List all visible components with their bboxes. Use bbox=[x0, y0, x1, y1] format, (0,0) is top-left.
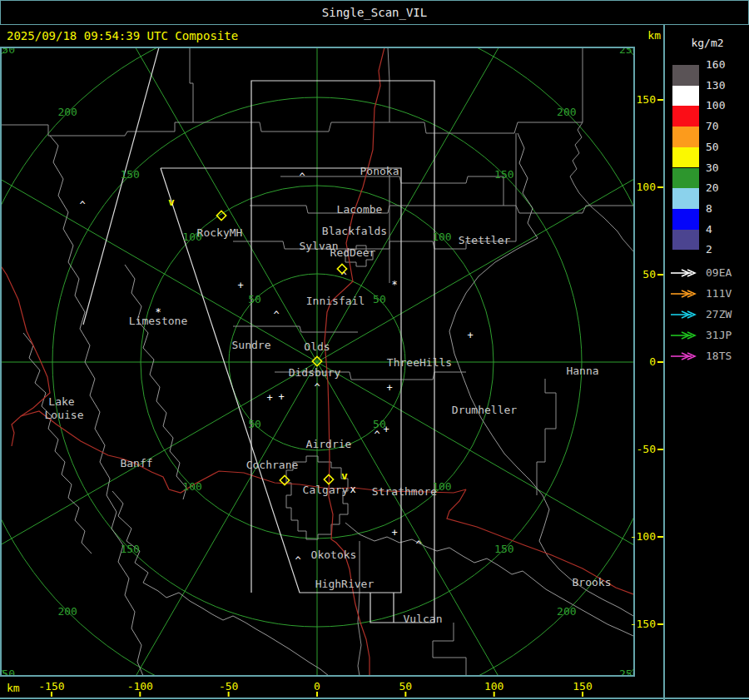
right-axis-tick-label: 150 bbox=[637, 93, 656, 106]
scale-value-label: 130 bbox=[706, 80, 725, 92]
bottom-axis-tick-label: -150 bbox=[38, 680, 64, 693]
bottom-axis-tick-label: 50 bbox=[399, 680, 413, 693]
ring-distance-label: 50 bbox=[248, 293, 261, 305]
right-axis-tick-label: 50 bbox=[642, 268, 656, 280]
right-axis-units: km bbox=[631, 26, 661, 46]
caret-marker: ^ bbox=[314, 382, 320, 394]
highway-line bbox=[21, 331, 50, 416]
city-label: ThreeHills bbox=[387, 356, 452, 369]
caret-marker: ^ bbox=[415, 539, 421, 551]
window-title: Single_Scan_VIL bbox=[322, 6, 427, 19]
ring-distance-label: 50 bbox=[373, 293, 386, 305]
scale-value-label: 30 bbox=[706, 162, 719, 174]
ring-distance-label: 200 bbox=[557, 605, 576, 618]
ring-distance-label: 150 bbox=[494, 168, 513, 181]
bottom-axis-tick-label: -100 bbox=[127, 680, 153, 693]
right-axis-tick-label: -100 bbox=[630, 530, 656, 543]
ring-distance-label: 200 bbox=[57, 106, 77, 118]
radar-id-label: 111V bbox=[706, 288, 732, 300]
legend-units: kg/m2 bbox=[666, 37, 749, 49]
city-label: Lacombe bbox=[337, 203, 383, 216]
plus-marker: + bbox=[383, 424, 389, 435]
plus-marker: + bbox=[278, 391, 284, 403]
right-axis-tick-label: -50 bbox=[637, 443, 656, 455]
ring-distance-label: 150 bbox=[494, 543, 513, 555]
scale-swatch bbox=[672, 230, 699, 251]
scale-swatch bbox=[672, 65, 699, 86]
caret-marker: ^ bbox=[79, 200, 85, 211]
highway-line bbox=[0, 265, 27, 331]
bottom-axis-tick-label: 150 bbox=[573, 680, 592, 693]
site-arrow-marker: v bbox=[341, 469, 348, 482]
city-label: Brooks bbox=[573, 576, 612, 588]
scale-swatch bbox=[672, 86, 699, 107]
scale-value-label: 70 bbox=[706, 121, 719, 132]
radial-line bbox=[317, 362, 567, 700]
city-label: RedDeer bbox=[330, 246, 376, 259]
radial-line bbox=[317, 0, 567, 362]
city-label: Didsbury bbox=[289, 366, 341, 379]
county-boundary bbox=[358, 541, 361, 676]
scale-value-label: 8 bbox=[706, 203, 712, 215]
city-label: Stettler bbox=[459, 234, 511, 246]
site-arrow-marker: v bbox=[168, 196, 175, 208]
plus-marker: + bbox=[391, 527, 397, 539]
city-label: Lake bbox=[48, 395, 74, 408]
x-marker: x bbox=[350, 484, 355, 495]
radial-line bbox=[67, 0, 317, 362]
caret-marker: ^ bbox=[374, 429, 379, 441]
county-boundary bbox=[389, 47, 583, 133]
radar-id-label: 09EA bbox=[706, 267, 732, 279]
star-marker: * bbox=[391, 279, 397, 290]
title-bar: Single_Scan_VIL bbox=[0, 0, 749, 25]
radar-coverage-outline bbox=[251, 81, 434, 623]
ring-distance-label: 250 bbox=[619, 668, 638, 680]
city-label: Sundre bbox=[232, 339, 271, 351]
city-label: Blackfalds bbox=[322, 225, 387, 237]
city-label: Calgary bbox=[303, 484, 349, 496]
plus-marker: + bbox=[237, 280, 243, 291]
scale-value-label: 100 bbox=[706, 100, 725, 112]
city-label: Drumheller bbox=[452, 404, 517, 416]
county-boundary bbox=[0, 47, 193, 136]
radar-map-canvas[interactable]: 5050505010010010010015015015015020020020… bbox=[0, 0, 749, 700]
county-boundary bbox=[280, 176, 503, 206]
ring-distance-label: 200 bbox=[557, 106, 576, 118]
city-label: Airdrie bbox=[306, 438, 352, 450]
city-label: Hanna bbox=[566, 365, 598, 377]
bottom-axis-tick-label: 100 bbox=[484, 680, 503, 693]
plus-marker: + bbox=[467, 330, 473, 341]
caret-marker: ^ bbox=[299, 171, 305, 183]
radar-id-label: 31JP bbox=[706, 330, 732, 341]
ring-distance-label: 150 bbox=[120, 543, 139, 555]
highway-line bbox=[12, 411, 466, 493]
city-label: Innisfail bbox=[306, 295, 365, 307]
scale-value-label: 50 bbox=[706, 141, 719, 153]
radar-screen: 5050505010010010010015015015015020020020… bbox=[0, 0, 749, 700]
radar-id-label: 27ZW bbox=[706, 309, 732, 320]
caret-marker: ^ bbox=[273, 310, 279, 321]
ring-distance-label: 200 bbox=[57, 605, 77, 618]
right-axis-tick-label: 0 bbox=[649, 355, 656, 368]
ring-distance-label: 100 bbox=[182, 480, 201, 493]
bottom-axis-tick-label: -50 bbox=[219, 680, 238, 693]
ring-distance-label: 150 bbox=[120, 168, 139, 181]
city-label: Louise bbox=[45, 409, 84, 421]
bottom-axis-units: km bbox=[7, 682, 20, 694]
city-label: HighRiver bbox=[315, 578, 374, 590]
city-label: Ponoka bbox=[360, 165, 399, 177]
city-label: Vulcan bbox=[404, 613, 443, 625]
city-label: RockyMH bbox=[197, 226, 243, 239]
scale-value-label: 2 bbox=[706, 244, 712, 256]
radar-id-label: 18TS bbox=[706, 350, 732, 362]
scale-swatch bbox=[672, 127, 699, 147]
scale-swatch bbox=[672, 106, 699, 127]
ring-distance-label: 250 bbox=[0, 668, 15, 680]
plus-marker: + bbox=[266, 392, 272, 404]
county-boundary bbox=[250, 206, 633, 213]
city-label: Cochrane bbox=[246, 459, 299, 471]
county-boundary bbox=[433, 623, 466, 676]
scale-swatch bbox=[672, 168, 699, 189]
river-line bbox=[23, 333, 92, 554]
scale-swatch bbox=[672, 209, 699, 230]
